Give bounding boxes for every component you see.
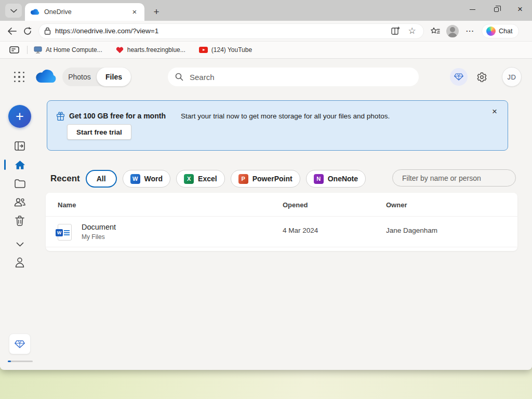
sidebar-item-home[interactable] [14, 158, 26, 171]
onedrive-cloud-icon [30, 9, 39, 15]
onedrive-logo-icon[interactable] [35, 69, 57, 84]
close-window-button[interactable]: × [508, 0, 532, 19]
word-icon: W [130, 174, 140, 184]
recent-section: Recent All W Word X Excel P PowerPoint [50, 169, 366, 188]
sidebar-item-my-files[interactable] [14, 177, 26, 190]
file-opened-date: 4 Mar 2024 [283, 227, 318, 234]
settings-button[interactable] [474, 70, 489, 84]
back-arrow-icon [7, 27, 17, 35]
bookmark-youtube[interactable]: (124) YouTube [199, 46, 252, 54]
view-toggle: Photos Files [62, 68, 131, 86]
browser-profile-button[interactable] [446, 25, 459, 37]
bookmark-label: At Home Compute... [46, 46, 102, 54]
onedrive-page: Photos Files JD + [0, 59, 532, 369]
search-input[interactable] [190, 73, 411, 82]
tab-search-button[interactable] [5, 4, 22, 18]
refresh-button[interactable] [20, 23, 35, 39]
browser-tab-onedrive[interactable]: OneDrive × [25, 3, 144, 21]
favorite-star-icon[interactable]: ☆ [406, 25, 418, 37]
sidebar-item-shared[interactable] [14, 196, 26, 208]
column-header-name[interactable]: Name [58, 201, 76, 209]
toolbar-right: ··· Chat [427, 23, 519, 39]
table-header: Name Opened Owner [46, 193, 517, 217]
address-bar[interactable]: ☆ [38, 23, 424, 39]
bookmark-label: hearts.freezingblue... [127, 46, 185, 54]
favorites-list-icon [430, 27, 440, 35]
split-screen-icon[interactable] [389, 25, 402, 37]
toggle-photos[interactable]: Photos [62, 73, 97, 81]
expand-panel-button[interactable] [14, 140, 26, 152]
tab-close-icon[interactable]: × [130, 7, 139, 17]
sidebar-toggle-button[interactable] [6, 42, 22, 58]
search-icon [175, 73, 183, 81]
url-input[interactable] [55, 27, 385, 35]
onenote-icon: N [314, 174, 324, 184]
diamond-icon [15, 340, 25, 349]
start-free-trial-button[interactable]: Start free trial [67, 124, 131, 140]
chip-all[interactable]: All [86, 170, 117, 188]
recent-label: Recent [50, 174, 80, 184]
powerpoint-icon: P [238, 174, 248, 184]
bookmark-hearts[interactable]: hearts.freezingblue... [116, 46, 185, 54]
browser-toolbar: ☆ ··· Chat [0, 21, 532, 42]
sidebar-item-people[interactable] [14, 256, 26, 269]
lock-icon [44, 27, 51, 35]
bookmark-home-computing[interactable]: At Home Compute... [34, 46, 102, 54]
chip-word[interactable]: W Word [123, 170, 171, 188]
app-launcher-icon[interactable] [14, 72, 25, 83]
tab-strip: OneDrive × + × [0, 0, 532, 21]
chip-excel[interactable]: X Excel [176, 170, 225, 188]
gift-icon [56, 111, 65, 121]
chip-label: Excel [198, 175, 217, 183]
chip-onenote[interactable]: N OneNote [306, 170, 366, 188]
sidebar-expand-more-button[interactable] [14, 238, 26, 250]
banner-description: Start your trial now to get more storage… [181, 112, 390, 120]
chip-label: OneNote [328, 175, 358, 183]
favorites-list-button[interactable] [427, 23, 443, 39]
bookmarks-bar: At Home Compute... hearts.freezingblue..… [0, 42, 532, 59]
copilot-icon [486, 26, 496, 36]
onedrive-search-box[interactable] [168, 68, 419, 86]
storage-premium-button[interactable] [9, 334, 31, 354]
window-controls: × [460, 0, 532, 19]
chip-label: Word [144, 175, 163, 183]
trial-banner: Get 100 GB free for a month Start your t… [47, 100, 508, 151]
filter-chips: All W Word X Excel P PowerPoint N [86, 170, 366, 188]
filter-by-name-input[interactable] [392, 169, 516, 187]
minimize-button[interactable] [460, 0, 484, 19]
refresh-icon [23, 27, 32, 35]
taskbar: Search [0, 373, 532, 399]
divider [27, 46, 28, 54]
chevron-down-icon [10, 9, 17, 13]
chip-label: PowerPoint [252, 175, 292, 183]
chat-label: Chat [499, 28, 512, 35]
premium-button[interactable] [450, 68, 468, 86]
gear-icon [476, 72, 487, 83]
banner-close-icon[interactable]: × [489, 106, 500, 117]
file-location: My Files [82, 233, 105, 241]
file-owner: Jane Dagenham [386, 227, 437, 234]
maximize-button[interactable] [484, 0, 508, 19]
back-button[interactable] [4, 23, 20, 39]
copilot-chat-button[interactable]: Chat [482, 24, 519, 38]
word-document-icon: W [58, 224, 72, 241]
sidebar-item-recycle-bin[interactable] [14, 215, 26, 227]
youtube-icon [199, 47, 208, 53]
column-header-owner[interactable]: Owner [386, 201, 407, 209]
nav-selected-indicator [4, 159, 6, 170]
new-tab-button[interactable]: + [150, 5, 163, 19]
table-row[interactable]: W Document My Files 4 Mar 2024 Jane Dage… [46, 217, 517, 247]
recent-files-table: Name Opened Owner W Document My Files 4 … [46, 193, 517, 251]
browser-menu-button[interactable]: ··· [462, 23, 478, 39]
banner-text-row: Get 100 GB free for a month Start your t… [56, 111, 390, 121]
diamond-icon [454, 73, 463, 81]
heart-icon [116, 47, 124, 54]
tab-title: OneDrive [44, 8, 125, 16]
create-new-button[interactable]: + [8, 105, 31, 128]
chip-powerpoint[interactable]: P PowerPoint [231, 170, 300, 188]
account-avatar[interactable]: JD [502, 67, 522, 87]
monitor-icon [34, 46, 42, 54]
file-name[interactable]: Document [82, 223, 116, 231]
toggle-files[interactable]: Files [97, 68, 131, 86]
column-header-opened[interactable]: Opened [283, 201, 308, 209]
